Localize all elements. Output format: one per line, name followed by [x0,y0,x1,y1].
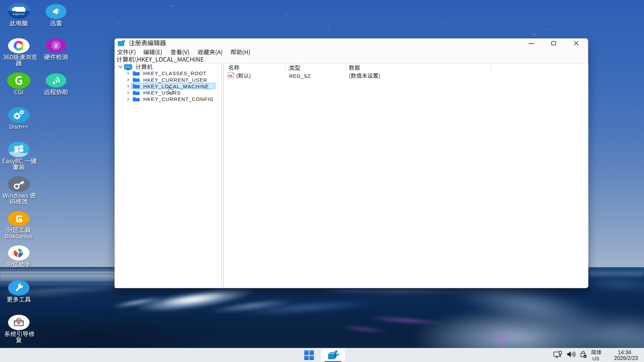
svg-text:ab: ab [228,73,232,77]
